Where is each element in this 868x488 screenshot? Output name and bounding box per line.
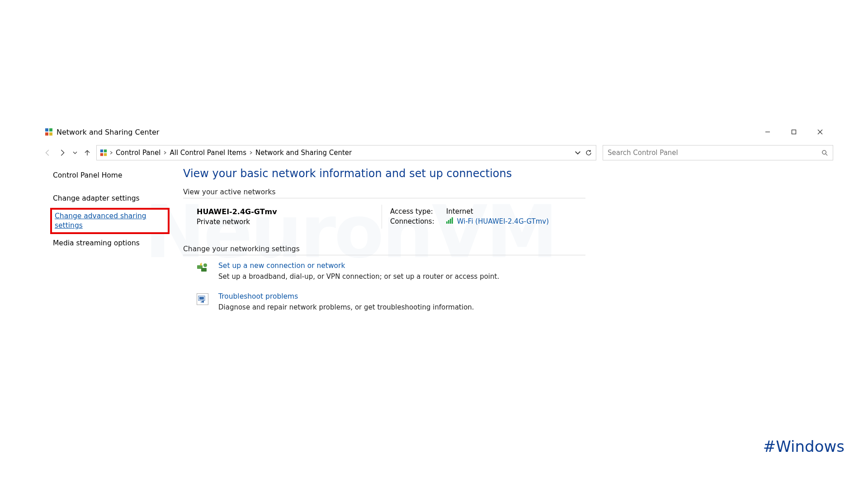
svg-rect-1	[792, 130, 796, 134]
content-area: Control Panel Home Change adapter settin…	[43, 167, 833, 311]
control-panel-window: Network and Sharing Center	[43, 123, 833, 311]
title-bar-left: Network and Sharing Center	[45, 128, 159, 136]
option-title[interactable]: Troubleshoot problems	[218, 292, 474, 300]
main-panel: View your basic network information and …	[174, 167, 833, 311]
change-settings-header: Change your networking settings	[183, 245, 585, 255]
breadcrumb-leaf[interactable]: Network and Sharing Center	[255, 149, 352, 157]
navigation-toolbar: Control Panel All Control Panel Items Ne…	[43, 144, 833, 162]
minimize-button[interactable]	[755, 124, 781, 140]
network-right: Access type: Internet Connections: Wi-Fi…	[382, 205, 585, 229]
chevron-right-icon	[163, 151, 167, 155]
option-troubleshoot: Troubleshoot problems Diagnose and repai…	[183, 292, 585, 311]
address-bar[interactable]: Control Panel All Control Panel Items Ne…	[96, 145, 596, 160]
sidebar-item-media-streaming[interactable]: Media streaming options	[50, 235, 170, 252]
page-title: View your basic network information and …	[183, 167, 833, 180]
window-controls	[755, 124, 833, 140]
setup-connection-icon	[197, 263, 208, 274]
svg-point-4	[822, 150, 826, 154]
connection-value-wrap: Wi-Fi (HUAWEI-2.4G-GTmv)	[446, 217, 549, 225]
option-setup-connection: Set up a new connection or network Set u…	[183, 262, 585, 281]
up-button[interactable]	[84, 149, 91, 156]
active-networks-header: View your active networks	[183, 188, 585, 198]
network-name: HUAWEI-2.4G-GTmv	[197, 207, 382, 216]
history-dropdown-icon[interactable]	[73, 150, 77, 155]
address-bar-right	[574, 149, 596, 156]
network-left: HUAWEI-2.4G-GTmv Private network	[183, 205, 382, 229]
connections-label: Connections:	[390, 217, 437, 225]
forward-button[interactable]	[58, 149, 66, 157]
troubleshoot-icon	[197, 293, 208, 305]
svg-line-5	[826, 154, 827, 155]
sidebar-item-label: Change advanced sharing settings	[55, 212, 146, 230]
control-panel-icon	[45, 128, 53, 136]
search-input[interactable]	[608, 149, 821, 157]
search-bar[interactable]	[603, 145, 833, 160]
access-type-row: Access type: Internet	[390, 207, 585, 216]
option-body: Troubleshoot problems Diagnose and repai…	[218, 292, 474, 311]
sidebar-item-label: Media streaming options	[53, 239, 140, 247]
hashtag-overlay: #Windows	[763, 437, 844, 455]
chevron-down-icon[interactable]	[574, 149, 581, 156]
title-bar: Network and Sharing Center	[43, 123, 833, 141]
option-description: Diagnose and repair network problems, or…	[218, 303, 474, 311]
search-icon[interactable]	[821, 150, 828, 156]
sidebar-item-advanced-sharing[interactable]: Change advanced sharing settings	[50, 208, 170, 234]
svg-rect-7	[201, 268, 207, 272]
sidebar-item-home[interactable]: Control Panel Home	[50, 167, 170, 184]
breadcrumb: Control Panel All Control Panel Items Ne…	[108, 149, 574, 157]
access-type-label: Access type:	[390, 207, 437, 216]
close-button[interactable]	[807, 124, 833, 140]
access-type-value: Internet	[446, 207, 473, 216]
chevron-right-icon	[249, 151, 253, 155]
settings-section: Change your networking settings Set up a…	[183, 245, 833, 311]
option-description: Set up a broadband, dial-up, or VPN conn…	[218, 272, 499, 281]
network-type: Private network	[197, 218, 382, 226]
svg-rect-10	[199, 297, 204, 300]
chevron-right-icon	[109, 151, 113, 155]
sidebar-item-label: Control Panel Home	[53, 171, 122, 179]
option-body: Set up a new connection or network Set u…	[218, 262, 499, 281]
refresh-icon[interactable]	[585, 149, 592, 156]
breadcrumb-root[interactable]: Control Panel	[116, 149, 160, 157]
svg-point-8	[203, 263, 207, 267]
sidebar: Control Panel Home Change adapter settin…	[43, 167, 174, 311]
option-title[interactable]: Set up a new connection or network	[218, 262, 499, 270]
active-network-row: HUAWEI-2.4G-GTmv Private network Access …	[183, 205, 585, 229]
wifi-signal-icon	[446, 217, 453, 224]
address-bar-icon	[100, 149, 107, 156]
nav-icons	[43, 149, 94, 157]
sidebar-item-adapter[interactable]: Change adapter settings	[50, 190, 170, 207]
connections-row: Connections: Wi-Fi (HUAWEI-2.4G-GTmv)	[390, 217, 585, 225]
window-title: Network and Sharing Center	[57, 128, 159, 136]
sidebar-item-label: Change adapter settings	[53, 194, 140, 202]
maximize-button[interactable]	[781, 124, 807, 140]
breadcrumb-mid[interactable]: All Control Panel Items	[170, 149, 246, 157]
back-button[interactable]	[44, 149, 52, 157]
connection-link[interactable]: Wi-Fi (HUAWEI-2.4G-GTmv)	[457, 217, 549, 225]
